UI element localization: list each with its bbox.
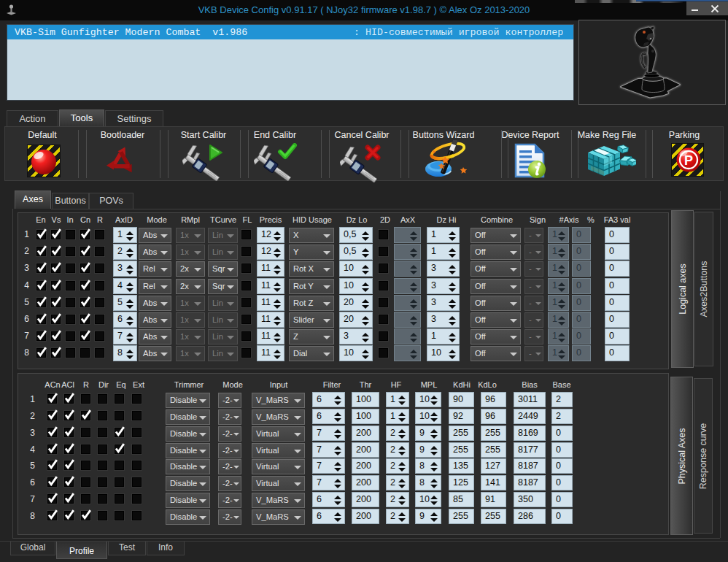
svg-text:P: P	[684, 153, 693, 168]
